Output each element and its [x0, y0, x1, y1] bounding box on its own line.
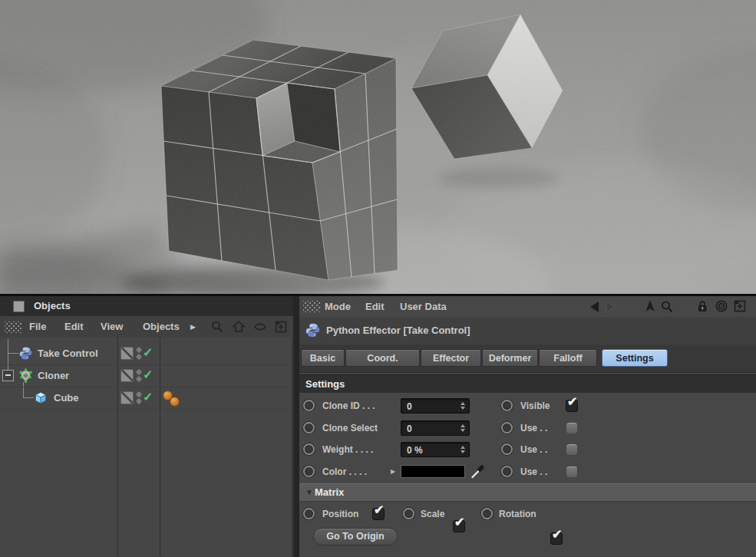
tree-row-cloner[interactable]: Cloner ✓	[0, 364, 292, 387]
add-panel-icon[interactable]	[274, 320, 288, 334]
visibility-dot[interactable]	[136, 369, 142, 375]
menu-user-data[interactable]: User Data	[400, 296, 447, 318]
material-tag-dot[interactable]	[170, 397, 180, 407]
keyframe-ring[interactable]	[501, 400, 513, 411]
lock-icon[interactable]	[695, 299, 709, 313]
render-grain	[0, 0, 756, 294]
keyframe-ring[interactable]	[303, 466, 315, 477]
spinner-arrows-icon[interactable]	[461, 424, 465, 432]
keyframe-ring[interactable]	[501, 422, 513, 433]
weight-input[interactable]: 0 %	[401, 442, 470, 457]
keyframe-ring[interactable]	[403, 508, 414, 519]
tab-falloff[interactable]: Falloff	[539, 349, 597, 367]
check-label: Use . .	[520, 417, 547, 439]
tab-basic[interactable]: Basic	[301, 349, 345, 367]
color-expand-arrow-icon[interactable]: ▶	[391, 468, 395, 475]
tab-coord[interactable]: Coord.	[345, 349, 420, 367]
spinner-arrows-icon[interactable]	[461, 446, 465, 453]
keyframe-ring[interactable]	[303, 508, 315, 519]
object-label[interactable]: Cube	[54, 387, 79, 409]
target-mode-icon[interactable]	[715, 299, 728, 313]
collapse-expander[interactable]	[2, 370, 14, 381]
search-icon[interactable]	[210, 320, 224, 334]
history-forward-icon[interactable]	[603, 300, 617, 314]
go-to-origin-button[interactable]: Go To Origin	[313, 528, 398, 545]
objects-panel: Objects File Edit View Objects ▶	[0, 296, 293, 557]
viewport-render[interactable]	[0, 0, 756, 294]
tab-settings[interactable]: Settings	[602, 349, 668, 367]
tree-row-take-control[interactable]: Take Control ✓	[0, 342, 292, 365]
rotation-checkbox[interactable]: ✔	[550, 532, 563, 545]
menu-overflow-arrow-icon[interactable]: ▶	[190, 323, 196, 331]
eyedropper-icon[interactable]	[470, 463, 487, 480]
home-icon[interactable]	[232, 320, 246, 334]
check-label: Visible	[520, 395, 550, 417]
panel-splitter[interactable]	[293, 296, 299, 557]
spinner-arrows-icon[interactable]	[461, 402, 465, 410]
add-panel-icon[interactable]	[733, 299, 747, 313]
panel-square-icon[interactable]	[13, 301, 25, 312]
check-mark-icon: ✔	[374, 503, 384, 517]
clone-id-input[interactable]: 0	[401, 398, 470, 414]
enabled-check-icon[interactable]: ✓	[143, 346, 153, 360]
grip-handle-icon[interactable]	[5, 321, 21, 333]
panel-edge	[292, 338, 292, 557]
tree-row-cube[interactable]: Cube ✓	[0, 387, 292, 410]
menu-view[interactable]: View	[101, 316, 123, 338]
python-effector-icon	[18, 346, 33, 361]
color-swatch[interactable]	[401, 465, 465, 478]
field-label: Weight . . . .	[322, 439, 373, 460]
field-label: Clone Select	[322, 417, 378, 439]
keyframe-ring[interactable]	[303, 422, 315, 433]
attribute-menu-bar: Mode Edit User Data	[299, 296, 756, 318]
keyframe-ring[interactable]	[303, 443, 315, 455]
visible-checkbox[interactable]: ✔	[566, 400, 578, 412]
field-value: 0	[407, 424, 412, 434]
keyframe-ring[interactable]	[501, 466, 513, 477]
menu-edit[interactable]: Edit	[365, 296, 385, 318]
menu-file[interactable]: File	[29, 316, 46, 338]
visibility-dot[interactable]	[136, 391, 142, 397]
layer-color-chip[interactable]	[120, 369, 134, 382]
position-checkbox[interactable]: ✔	[372, 508, 385, 520]
visibility-dot[interactable]	[136, 398, 142, 404]
scale-checkbox[interactable]: ✔	[453, 520, 465, 532]
menu-objects[interactable]: Objects	[143, 316, 180, 338]
layer-color-chip[interactable]	[120, 391, 134, 404]
use-checkbox[interactable]	[566, 443, 578, 456]
keyframe-ring[interactable]	[303, 400, 315, 411]
history-back-icon[interactable]	[588, 300, 602, 314]
use-checkbox[interactable]	[566, 466, 578, 478]
check-label: Use . .	[520, 439, 547, 460]
keyframe-ring[interactable]	[501, 443, 513, 455]
check-label: Scale	[421, 503, 444, 525]
visibility-dot[interactable]	[136, 354, 142, 360]
eye-filter-icon[interactable]	[253, 320, 267, 334]
search-icon[interactable]	[660, 300, 674, 314]
object-label[interactable]: Cloner	[38, 364, 69, 387]
matrix-group-header[interactable]: ▼ Matrix	[299, 483, 756, 502]
menu-edit[interactable]: Edit	[64, 316, 84, 338]
attribute-panel: Mode Edit User Data	[299, 296, 756, 557]
use-checkbox[interactable]	[566, 422, 578, 434]
objects-title-bar[interactable]: Objects	[0, 296, 293, 316]
layer-color-chip[interactable]	[120, 347, 134, 360]
tab-deformer[interactable]: Deformer	[482, 349, 538, 367]
matrix-header-label: Matrix	[315, 484, 344, 501]
check-mark-icon: ✔	[552, 527, 562, 542]
check-label: Use . .	[520, 461, 547, 483]
keyframe-ring[interactable]	[481, 508, 493, 519]
clone-select-input[interactable]: 0	[401, 420, 470, 436]
enabled-check-icon[interactable]: ✓	[143, 368, 153, 382]
tab-effector[interactable]: Effector	[421, 349, 481, 367]
object-label[interactable]: Take Control	[38, 342, 98, 364]
enabled-check-icon[interactable]: ✓	[143, 391, 153, 404]
collapse-arrow-icon[interactable]: ▼	[305, 484, 313, 501]
visibility-dot[interactable]	[136, 347, 142, 353]
object-tree: Take Control ✓ Cloner	[0, 338, 293, 557]
menu-mode[interactable]: Mode	[325, 296, 351, 318]
grip-handle-icon[interactable]	[303, 301, 320, 312]
visibility-dot[interactable]	[136, 376, 142, 382]
field-row-weight: Weight . . . . 0 % Use . .	[299, 439, 756, 460]
pointer-up-icon[interactable]	[643, 299, 657, 313]
